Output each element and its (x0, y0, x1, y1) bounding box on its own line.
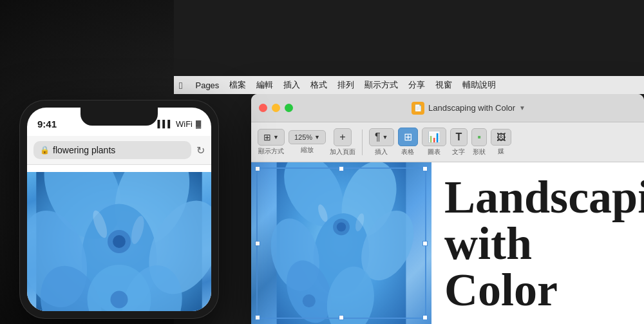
media-label: 媒 (498, 147, 504, 156)
document-title-line2: with Color (444, 220, 644, 313)
menubar-help[interactable]: 輔助說明 (462, 79, 496, 91)
paragraph-icon: ¶ (375, 131, 381, 143)
menubar-format[interactable]: 格式 (310, 79, 327, 91)
document-text-area: Landscapi with Color (431, 162, 644, 324)
chart-icon: 📊 (428, 131, 440, 143)
shape-icon: ▪ (477, 131, 481, 143)
media-icon: 🖼 (497, 132, 506, 142)
table-button[interactable]: ⊞ (398, 128, 418, 146)
flower-svg-iphone (27, 172, 211, 311)
window-title: Landscaping with Color (428, 103, 515, 113)
title-bar-center: 📄 Landscaping with Color ▼ (301, 102, 636, 115)
svg-point-9 (337, 222, 346, 231)
document-title-line1: Landscapi (444, 174, 644, 220)
reload-button[interactable]: ↻ (196, 144, 205, 157)
toolbar-chart-group: 📊 圖表 (422, 128, 446, 157)
toolbar: ⊞ ▼ 顯示方式 125% ▼ 縮放 + 加入頁面 ¶ ▼ 插入 (251, 122, 644, 162)
flower-image-pages[interactable] (251, 162, 431, 324)
shape-label: 形狀 (473, 148, 486, 157)
status-icons: ▌▌▌ WiFi ▓ (158, 119, 201, 129)
toolbar-addpage-group: + 加入頁面 (330, 128, 355, 157)
iphone-screen: 9:41 ▌▌▌ WiFi ▓ 🔒 flowering plants ↻ (27, 108, 211, 311)
chart-label: 圖表 (428, 148, 440, 157)
toolbar-media-group: 🖼 媒 (491, 129, 511, 156)
menubar-insert[interactable]: 插入 (283, 79, 300, 91)
safari-bar[interactable]: 🔒 flowering plants ↻ (27, 136, 211, 165)
text-icon: T (456, 131, 462, 143)
text-button[interactable]: T (450, 128, 468, 146)
menubar-window[interactable]: 視窗 (435, 79, 452, 91)
traffic-lights (259, 104, 293, 112)
menubar-share[interactable]: 分享 (408, 79, 425, 91)
view-button[interactable]: ⊞ ▼ (258, 129, 285, 146)
lock-icon: 🔒 (40, 146, 50, 155)
maximize-button[interactable] (285, 104, 293, 112)
toolbar-view-group: ⊞ ▼ 顯示方式 (258, 129, 285, 156)
view-chevron: ▼ (273, 134, 279, 140)
add-page-button[interactable]: + (334, 128, 351, 146)
menubar-view[interactable]: 顯示方式 (365, 79, 398, 91)
iphone-notch (80, 108, 158, 126)
safari-url-bar[interactable]: 🔒 flowering plants (33, 141, 191, 159)
insert-chevron: ▼ (383, 134, 388, 140)
status-time: 9:41 (37, 119, 57, 129)
view-icon: ⊞ (263, 132, 271, 142)
text-label: 文字 (452, 148, 465, 157)
add-page-label: 加入頁面 (330, 148, 355, 157)
svg-point-26 (111, 291, 128, 309)
iphone-photo (27, 172, 211, 311)
insert-button[interactable]: ¶ ▼ (369, 128, 394, 146)
menubar-arrange[interactable]: 排列 (337, 79, 354, 91)
zoom-value: 125% (294, 133, 312, 141)
pages-window: 📄 Landscaping with Color ▼ ⊞ ▼ 顯示方式 125%… (251, 94, 644, 324)
menubar:  Pages 檔案 編輯 插入 格式 排列 顯示方式 分享 視窗 輔助說明 (174, 76, 644, 94)
toolbar-table-group: ⊞ 表格 (398, 128, 418, 157)
flower-svg-pages (251, 162, 431, 324)
chart-button[interactable]: 📊 (422, 128, 446, 146)
zoom-button[interactable]: 125% ▼ (289, 130, 326, 144)
toolbar-zoom-group: 125% ▼ 縮放 (289, 130, 326, 155)
document-area: Landscapi with Color (251, 162, 644, 324)
iphone-device: 9:41 ▌▌▌ WiFi ▓ 🔒 flowering plants ↻ (19, 100, 219, 319)
menubar-pages[interactable]: Pages (195, 81, 219, 90)
zoom-label: 縮放 (301, 146, 314, 155)
view-label: 顯示方式 (258, 147, 284, 156)
document-page: Landscapi with Color (251, 162, 644, 324)
toolbar-shape-group: ▪ 形狀 (471, 128, 487, 157)
toolbar-separator (362, 129, 363, 155)
add-icon: + (339, 131, 345, 143)
media-button[interactable]: 🖼 (491, 129, 511, 146)
shape-button[interactable]: ▪ (471, 128, 487, 146)
title-chevron-icon: ▼ (519, 104, 526, 111)
table-label: 表格 (401, 148, 414, 157)
iphone-body: 9:41 ▌▌▌ WiFi ▓ 🔒 flowering plants ↻ (19, 100, 219, 319)
toolbar-text-group: T 文字 (450, 128, 468, 157)
close-button[interactable] (259, 104, 267, 112)
insert-label: 插入 (375, 148, 388, 157)
signal-icon: ▌▌▌ (158, 120, 173, 128)
menubar-file[interactable]: 檔案 (229, 79, 246, 91)
battery-icon: ▓ (196, 120, 201, 128)
minimize-button[interactable] (272, 104, 280, 112)
document-title: Landscapi with Color (444, 174, 644, 313)
title-bar: 📄 Landscaping with Color ▼ (251, 94, 644, 122)
apple-menu[interactable]:  (179, 80, 182, 91)
wifi-icon: WiFi (176, 119, 193, 129)
toolbar-insert-group: ¶ ▼ 插入 (369, 128, 394, 157)
url-text: flowering plants (53, 145, 115, 155)
svg-point-10 (303, 294, 316, 307)
pages-app-icon: 📄 (412, 102, 424, 115)
zoom-chevron: ▼ (314, 134, 320, 140)
svg-point-22 (113, 235, 126, 248)
menubar-edit[interactable]: 編輯 (256, 79, 273, 91)
table-icon: ⊞ (404, 131, 412, 143)
